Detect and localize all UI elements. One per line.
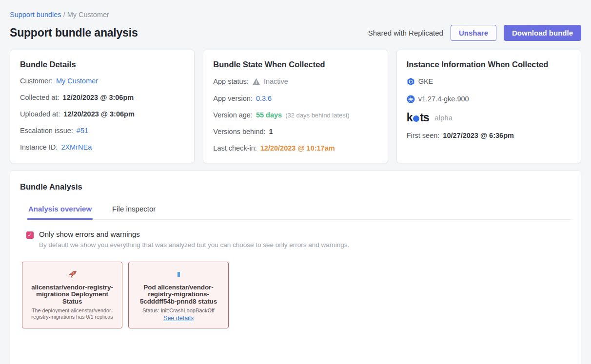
customer-label: Customer: <box>20 77 53 85</box>
support-bundle-analysis-page: Support bundles / My Customer Support bu… <box>0 0 591 364</box>
pod-status-result-card: Pod alicenstar/vendor-registry-migration… <box>128 262 229 328</box>
version-age-note: (32 days behind latest) <box>285 112 350 119</box>
distribution-row: GKE <box>407 77 571 86</box>
kots-logo-ts: ts <box>420 111 429 124</box>
only-errors-label[interactable]: Only show errors and warnings <box>39 230 349 238</box>
versions-behind-value: 1 <box>269 128 273 135</box>
collected-at-value: 12/20/2023 @ 3:06pm <box>63 94 134 101</box>
see-details-link[interactable]: See details <box>163 315 194 322</box>
kots-logo-k: k <box>407 111 413 124</box>
unshare-button[interactable]: Unshare <box>451 25 496 41</box>
summary-cards-row: Bundle Details Customer: My Customer Col… <box>10 50 581 163</box>
version-age-value: 55 days <box>256 112 282 119</box>
version-age-label: Version age: <box>213 112 253 119</box>
distribution-value: GKE <box>418 78 433 85</box>
escalation-issue-row: Escalation issue: #51 <box>20 127 184 134</box>
filter-text-block: Only show errors and warnings By default… <box>39 230 349 249</box>
result-card-description: The deployment alicenstar/vendor-registr… <box>27 307 117 320</box>
page-header: Support bundle analysis Shared with Repl… <box>10 25 581 41</box>
result-card-status: Status: Init:CrashLoopBackOff <box>134 307 223 313</box>
analysis-tabs: Analysis overview File inspector <box>28 205 571 220</box>
collected-at-row: Collected at: 12/20/2023 @ 3:06pm <box>20 94 184 101</box>
rocket-icon <box>27 268 117 281</box>
first-seen-row: First seen: 10/27/2023 @ 6:36pm <box>407 132 571 139</box>
instance-id-link[interactable]: 2XMrNEa <box>61 144 92 151</box>
kots-logo: kots <box>407 111 429 124</box>
warning-triangle-icon <box>252 77 260 86</box>
breadcrumb-current: My Customer <box>67 11 109 19</box>
kubernetes-version-value: v1.27.4-gke.900 <box>418 96 469 103</box>
last-checkin-value: 12/20/2023 @ 10:17am <box>260 145 335 152</box>
breadcrumb-support-bundles-link[interactable]: Support bundles <box>10 11 61 19</box>
analysis-result-cards: alicenstar/vendor-registry-migrations De… <box>22 262 571 328</box>
app-version-label: App version: <box>213 95 253 102</box>
uploaded-at-label: Uploaded at: <box>20 111 60 118</box>
shared-status-text: Shared with Replicated <box>368 29 443 37</box>
filter-row: Only show errors and warnings By default… <box>26 230 571 249</box>
bundle-state-title: Bundle State When Collected <box>213 60 377 69</box>
app-version-link[interactable]: 0.3.6 <box>256 95 272 102</box>
app-status-value: Inactive <box>264 78 288 85</box>
gke-icon <box>407 77 415 86</box>
kots-logo-o-icon: o <box>413 115 419 122</box>
breadcrumb: Support bundles / My Customer <box>10 11 581 19</box>
last-checkin-row: Last check-in: 12/20/2023 @ 10:17am <box>213 145 377 152</box>
kubernetes-icon <box>407 95 415 103</box>
escalation-issue-link[interactable]: #51 <box>77 127 88 134</box>
versions-behind-label: Versions behind: <box>213 128 265 135</box>
escalation-issue-label: Escalation issue: <box>20 127 73 134</box>
versions-behind-row: Versions behind: 1 <box>213 128 377 135</box>
tab-analysis-overview[interactable]: Analysis overview <box>28 205 92 219</box>
customer-row: Customer: My Customer <box>20 77 184 85</box>
result-card-title: alicenstar/vendor-registry-migrations De… <box>27 284 117 305</box>
download-bundle-button[interactable]: Download bundle <box>504 25 581 41</box>
only-errors-description: By default we show you everything that w… <box>39 241 349 249</box>
tab-file-inspector[interactable]: File inspector <box>112 205 156 219</box>
bundle-details-card: Bundle Details Customer: My Customer Col… <box>10 50 195 163</box>
last-checkin-label: Last check-in: <box>213 145 256 152</box>
app-version-row: App version: 0.3.6 <box>213 95 377 102</box>
bundle-analysis-card: Bundle Analysis Analysis overview File i… <box>10 170 581 364</box>
first-seen-value: 10/27/2023 @ 6:36pm <box>443 132 514 139</box>
customer-link[interactable]: My Customer <box>56 77 98 85</box>
instance-id-row: Instance ID: 2XMrNEa <box>20 144 184 151</box>
bundle-state-card: Bundle State When Collected App status: … <box>203 50 388 163</box>
version-age-row: Version age: 55 days (32 days behind lat… <box>213 112 377 119</box>
uploaded-at-value: 12/20/2023 @ 3:06pm <box>63 111 135 118</box>
result-card-title: Pod alicenstar/vendor-registry-migration… <box>134 284 223 305</box>
bundle-analysis-title: Bundle Analysis <box>20 182 571 192</box>
kots-version-row: kots alpha <box>407 111 571 124</box>
bundle-details-title: Bundle Details <box>20 60 184 69</box>
only-errors-checkbox[interactable] <box>26 231 34 239</box>
header-actions: Shared with Replicated Unshare Download … <box>368 25 581 41</box>
deployment-status-result-card: alicenstar/vendor-registry-migrations De… <box>22 262 122 328</box>
app-status-label: App status: <box>213 78 249 85</box>
collected-at-label: Collected at: <box>20 94 59 101</box>
instance-info-card: Instance Information When Collected GKE <box>396 50 581 163</box>
pod-icon <box>134 268 223 281</box>
kots-channel: alpha <box>434 114 453 122</box>
uploaded-at-row: Uploaded at: 12/20/2023 @ 3:06pm <box>20 111 184 118</box>
breadcrumb-separator: / <box>63 11 65 19</box>
first-seen-label: First seen: <box>407 132 440 139</box>
kubernetes-version-row: v1.27.4-gke.900 <box>407 95 571 103</box>
instance-id-label: Instance ID: <box>20 144 58 151</box>
page-title: Support bundle analysis <box>10 26 138 39</box>
app-status-row: App status: Inactive <box>213 77 377 86</box>
instance-info-title: Instance Information When Collected <box>407 60 571 69</box>
